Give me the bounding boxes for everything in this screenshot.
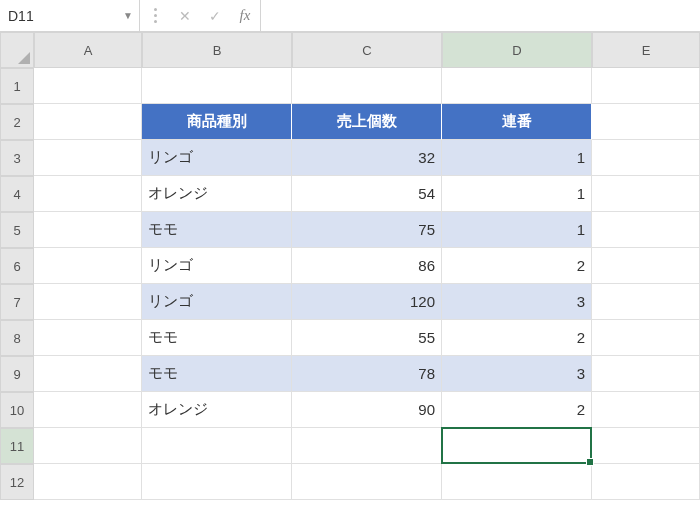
cell-c1[interactable] <box>292 68 442 104</box>
cell-e11[interactable] <box>592 428 700 464</box>
cell-e5[interactable] <box>592 212 700 248</box>
cell-a6[interactable] <box>34 248 142 284</box>
enter-icon: ✓ <box>200 8 230 24</box>
cell-c4[interactable]: 54 <box>292 176 442 212</box>
cell-b1[interactable] <box>142 68 292 104</box>
row-header-10[interactable]: 10 <box>0 392 34 428</box>
cell-b11[interactable] <box>142 428 292 464</box>
name-box-dropdown-icon[interactable]: ▼ <box>123 10 133 21</box>
cell-e3[interactable] <box>592 140 700 176</box>
cell-d8[interactable]: 2 <box>442 320 592 356</box>
cell-c7[interactable]: 120 <box>292 284 442 320</box>
cell-c8[interactable]: 55 <box>292 320 442 356</box>
row-header-6[interactable]: 6 <box>0 248 34 284</box>
cell-c12[interactable] <box>292 464 442 500</box>
row-header-9[interactable]: 9 <box>0 356 34 392</box>
cell-b6[interactable]: リンゴ <box>142 248 292 284</box>
table-header-product[interactable]: 商品種別 <box>142 104 292 140</box>
cell-d6[interactable]: 2 <box>442 248 592 284</box>
cell-d12[interactable] <box>442 464 592 500</box>
cell-b4[interactable]: オレンジ <box>142 176 292 212</box>
cell-e4[interactable] <box>592 176 700 212</box>
cell-d5[interactable]: 1 <box>442 212 592 248</box>
cell-b3[interactable]: リンゴ <box>142 140 292 176</box>
cancel-icon: ✕ <box>170 8 200 24</box>
row-header-1[interactable]: 1 <box>0 68 34 104</box>
cell-d4[interactable]: 1 <box>442 176 592 212</box>
cell-a3[interactable] <box>34 140 142 176</box>
col-header-d[interactable]: D <box>442 32 592 68</box>
cell-a7[interactable] <box>34 284 142 320</box>
formula-bar-menu-icon[interactable] <box>140 8 170 23</box>
cell-c11[interactable] <box>292 428 442 464</box>
cell-c3[interactable]: 32 <box>292 140 442 176</box>
table-header-sales[interactable]: 売上個数 <box>292 104 442 140</box>
cell-a2[interactable] <box>34 104 142 140</box>
cell-e7[interactable] <box>592 284 700 320</box>
cell-b7[interactable]: リンゴ <box>142 284 292 320</box>
cell-b10[interactable]: オレンジ <box>142 392 292 428</box>
formula-input[interactable] <box>260 0 700 31</box>
cell-a5[interactable] <box>34 212 142 248</box>
row-header-3[interactable]: 3 <box>0 140 34 176</box>
cell-d9[interactable]: 3 <box>442 356 592 392</box>
col-header-e[interactable]: E <box>592 32 700 68</box>
col-header-c[interactable]: C <box>292 32 442 68</box>
cell-a8[interactable] <box>34 320 142 356</box>
cell-d10[interactable]: 2 <box>442 392 592 428</box>
row-header-4[interactable]: 4 <box>0 176 34 212</box>
cell-b9[interactable]: モモ <box>142 356 292 392</box>
cell-e10[interactable] <box>592 392 700 428</box>
cell-b12[interactable] <box>142 464 292 500</box>
cell-e8[interactable] <box>592 320 700 356</box>
row-header-11[interactable]: 11 <box>0 428 34 464</box>
cell-a11[interactable] <box>34 428 142 464</box>
cell-a4[interactable] <box>34 176 142 212</box>
cell-b5[interactable]: モモ <box>142 212 292 248</box>
row-header-5[interactable]: 5 <box>0 212 34 248</box>
cell-c10[interactable]: 90 <box>292 392 442 428</box>
cell-e2[interactable] <box>592 104 700 140</box>
insert-function-icon[interactable]: fx <box>230 7 260 24</box>
select-all-corner[interactable] <box>0 32 34 68</box>
col-header-b[interactable]: B <box>142 32 292 68</box>
name-box[interactable]: D11 ▼ <box>0 0 140 31</box>
row-header-12[interactable]: 12 <box>0 464 34 500</box>
table-header-seq[interactable]: 連番 <box>442 104 592 140</box>
cell-d3[interactable]: 1 <box>442 140 592 176</box>
cell-a12[interactable] <box>34 464 142 500</box>
formula-bar: D11 ▼ ✕ ✓ fx <box>0 0 700 32</box>
cell-a9[interactable] <box>34 356 142 392</box>
cell-e6[interactable] <box>592 248 700 284</box>
cell-a10[interactable] <box>34 392 142 428</box>
name-box-value: D11 <box>8 8 34 24</box>
cell-e1[interactable] <box>592 68 700 104</box>
cell-c9[interactable]: 78 <box>292 356 442 392</box>
cell-a1[interactable] <box>34 68 142 104</box>
cell-d11[interactable] <box>442 428 592 464</box>
cell-c6[interactable]: 86 <box>292 248 442 284</box>
cell-b8[interactable]: モモ <box>142 320 292 356</box>
row-header-8[interactable]: 8 <box>0 320 34 356</box>
cell-d7[interactable]: 3 <box>442 284 592 320</box>
row-header-2[interactable]: 2 <box>0 104 34 140</box>
cell-e9[interactable] <box>592 356 700 392</box>
spreadsheet-grid: A B C D E 1 2 商品種別 売上個数 連番 3 リンゴ 32 1 4 … <box>0 32 700 500</box>
row-header-7[interactable]: 7 <box>0 284 34 320</box>
col-header-a[interactable]: A <box>34 32 142 68</box>
cell-d1[interactable] <box>442 68 592 104</box>
cell-c5[interactable]: 75 <box>292 212 442 248</box>
cell-e12[interactable] <box>592 464 700 500</box>
